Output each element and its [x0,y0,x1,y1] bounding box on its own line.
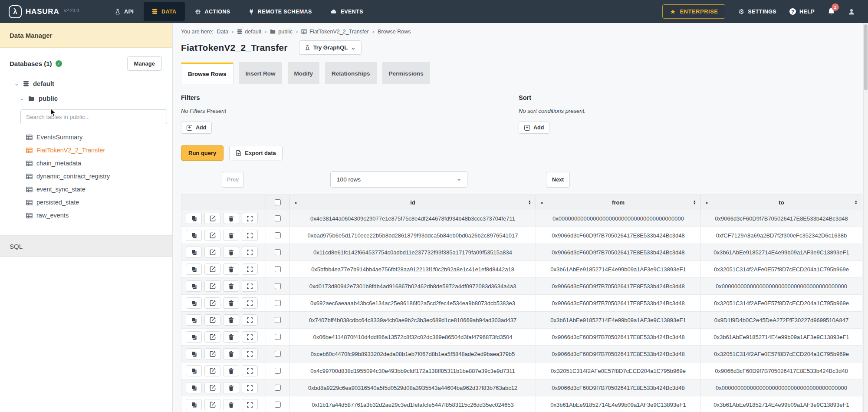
header-column-id[interactable]: ◂ id ▲▼ [290,195,536,210]
try-graphql-button[interactable]: Try GraphQL ⌄ [299,40,362,55]
sort-toggle-icon[interactable]: ▲▼ [528,200,531,205]
delete-row-button[interactable] [223,382,239,393]
clone-row-button[interactable] [186,297,202,309]
clone-row-button[interactable] [186,247,202,258]
breadcrumb-item-table[interactable]: FiatTokenV2_2_Transfer [301,29,368,35]
tab[interactable]: Permissions [382,62,430,84]
edit-row-button[interactable] [204,264,220,275]
expand-row-button[interactable] [242,264,258,275]
edit-row-button[interactable] [204,331,220,343]
row-checkbox[interactable] [275,368,281,374]
nav-item-actions[interactable]: ACTIONS [187,2,239,21]
expand-row-button[interactable] [242,365,258,376]
row-checkbox[interactable] [275,283,281,289]
nav-item-api[interactable]: API [107,2,142,21]
chevron-down-icon[interactable]: ⌄ [20,97,24,100]
expand-row-button[interactable] [242,382,258,393]
collapse-column-icon[interactable]: ◂ [540,200,542,205]
delete-row-button[interactable] [223,247,239,258]
clone-row-button[interactable] [186,399,202,410]
expand-row-button[interactable] [242,331,258,343]
clone-row-button[interactable] [186,331,202,343]
clone-row-button[interactable] [186,348,202,359]
delete-row-button[interactable] [223,280,239,292]
settings-button[interactable]: ⚙ SETTINGS [738,8,776,15]
delete-row-button[interactable] [223,348,239,359]
row-checkbox[interactable] [275,402,281,408]
expand-row-button[interactable] [242,230,258,241]
delete-row-button[interactable] [223,331,239,343]
row-checkbox[interactable] [275,249,281,255]
clone-row-button[interactable] [186,230,202,241]
table-list-item[interactable]: event_sync_state [26,183,162,196]
help-button[interactable]: ? HELP [789,8,815,15]
tab[interactable]: Relationships [325,62,377,84]
delete-row-button[interactable] [223,297,239,309]
row-checkbox[interactable] [275,266,281,272]
edit-row-button[interactable] [204,297,220,309]
export-data-button[interactable]: Export data [229,146,283,160]
header-column-to[interactable]: ◂ to ▲▼ [701,195,862,210]
nav-item-events[interactable]: EVENTS [322,2,372,21]
scrollbar-thumb[interactable] [864,24,868,90]
delete-row-button[interactable] [223,264,239,275]
expand-row-button[interactable] [242,348,258,359]
table-list-item[interactable]: FiatTokenV2_2_Transfer [26,144,162,157]
delete-row-button[interactable] [223,230,239,241]
vertical-scrollbar[interactable] [863,23,868,412]
clone-row-button[interactable] [186,264,202,275]
clone-row-button[interactable] [186,382,202,393]
expand-row-button[interactable] [242,399,258,410]
select-all-checkbox[interactable] [275,199,281,205]
tab[interactable]: Browse Rows [181,63,233,84]
expand-row-button[interactable] [242,247,258,258]
nav-item-data[interactable]: DATA [144,2,184,21]
edit-row-button[interactable] [204,399,220,410]
sidebar-section-sql[interactable]: SQL [0,235,172,257]
table-list-item[interactable]: EventsSummary [26,131,162,144]
collapse-column-icon[interactable]: ◂ [705,200,707,205]
header-column-from[interactable]: ◂ from ▲▼ [536,195,701,210]
expand-row-button[interactable] [242,280,258,292]
tab[interactable]: Insert Row [239,62,282,84]
clone-row-button[interactable] [186,280,202,292]
edit-row-button[interactable] [204,230,220,241]
delete-row-button[interactable] [223,213,239,224]
expand-row-button[interactable] [242,314,258,326]
prev-page-button[interactable]: Prev [222,172,244,188]
add-filter-button[interactable]: + Add [181,122,212,134]
edit-row-button[interactable] [204,280,220,292]
table-list-item[interactable]: chain_metadata [26,157,162,170]
row-checkbox[interactable] [275,351,281,357]
search-tables-input[interactable] [20,109,167,124]
row-checkbox[interactable] [275,385,281,391]
tab[interactable]: Modify [288,62,320,84]
chevron-down-icon[interactable]: ⌄ [14,82,19,86]
edit-row-button[interactable] [204,314,220,326]
table-list-item[interactable]: dynamic_contract_registry [26,170,162,183]
notifications-button[interactable]: 1 [828,7,835,16]
delete-row-button[interactable] [223,365,239,376]
breadcrumb-item-data[interactable]: Data [217,29,228,35]
user-menu-button[interactable] [848,8,855,15]
sort-toggle-icon[interactable]: ▲▼ [693,200,696,205]
nav-item-remote-schemas[interactable]: REMOTE SCHEMAS [240,2,320,21]
clone-row-button[interactable] [186,314,202,326]
manage-button[interactable]: Manage [127,56,162,71]
delete-row-button[interactable] [223,399,239,410]
clone-row-button[interactable] [186,365,202,376]
row-checkbox[interactable] [275,215,281,221]
tree-node-schema-public[interactable]: ⌄ public [20,95,162,102]
edit-row-button[interactable] [204,348,220,359]
edit-row-button[interactable] [204,247,220,258]
expand-row-button[interactable] [242,213,258,224]
expand-row-button[interactable] [242,297,258,309]
breadcrumb-item-browse-rows[interactable]: Browse Rows [378,29,411,35]
breadcrumb-item-public[interactable]: public [270,29,293,35]
hasura-logo[interactable]: λ HASURA v2.23.0 [0,5,79,18]
row-checkbox[interactable] [275,317,281,323]
table-list-item[interactable]: persisted_state [26,196,162,209]
next-page-button[interactable]: Next [546,172,570,188]
breadcrumb-item-default[interactable]: default [237,29,261,35]
table-list-item[interactable]: raw_events [26,209,162,222]
